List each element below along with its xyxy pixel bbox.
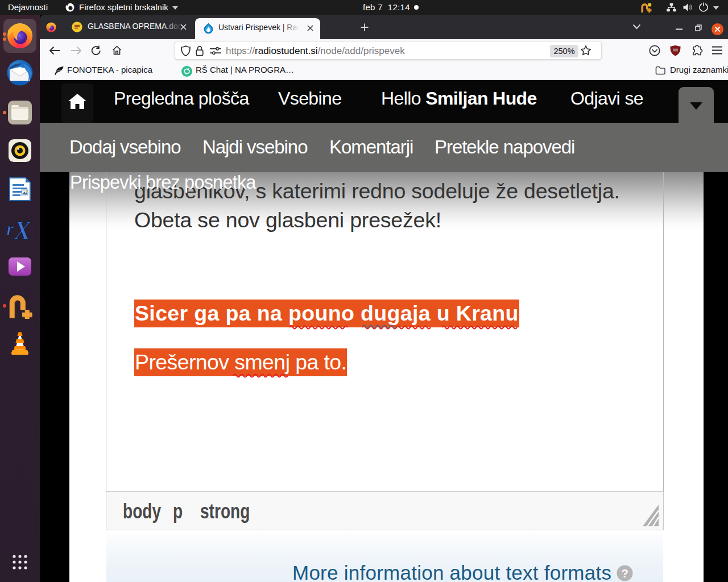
svg-text:?: ? [621,567,628,580]
svg-text:X: X [13,216,32,242]
svg-text:r: r [6,218,14,239]
